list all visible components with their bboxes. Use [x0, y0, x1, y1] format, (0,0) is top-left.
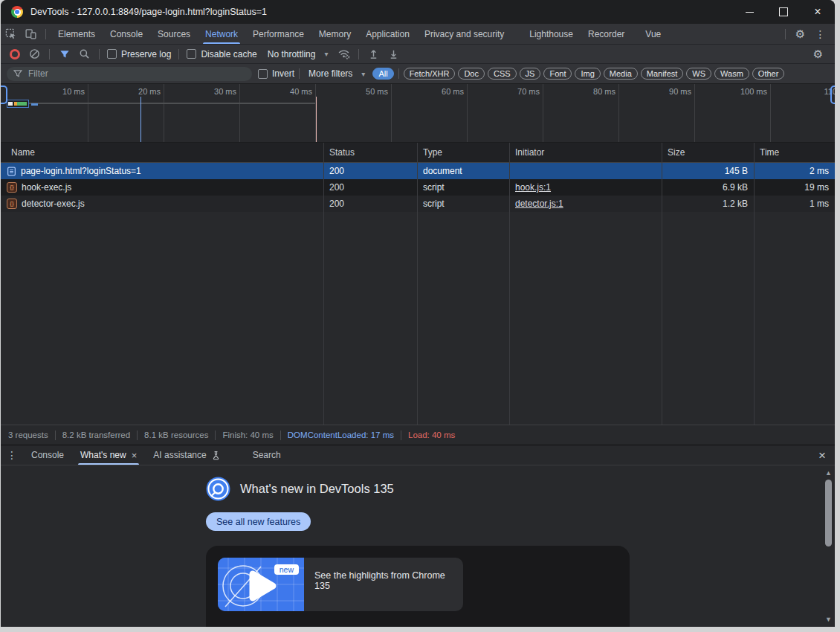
column-header-initiator[interactable]: Initiator: [509, 147, 662, 158]
clear-network-log-button[interactable]: [25, 45, 45, 63]
overview-left-handle[interactable]: [1, 86, 7, 104]
drawer-tab-ai-assistance[interactable]: AI assistance: [145, 445, 227, 465]
tab-network[interactable]: Network: [198, 24, 245, 44]
minimize-icon: [746, 12, 754, 13]
settings-button[interactable]: ⚙: [790, 28, 810, 39]
column-header-size[interactable]: Size: [662, 147, 754, 158]
preserve-log-checkbox[interactable]: Preserve log: [107, 49, 171, 59]
close-tab-icon[interactable]: ×: [132, 450, 138, 461]
filter-pill-font[interactable]: Font: [543, 68, 572, 80]
tab-sources[interactable]: Sources: [150, 24, 198, 44]
tab-vue[interactable]: Vue: [638, 24, 668, 44]
column-header-name[interactable]: Name: [1, 147, 323, 158]
finish-time: Finish: 40 ms: [222, 431, 273, 439]
table-row[interactable]: page-login.html?loginStatus=1 200 docume…: [1, 163, 835, 179]
export-har-button[interactable]: [384, 45, 404, 63]
whats-new-panel: What's new in DevTools 135 See all new f…: [1, 466, 835, 627]
maximize-button[interactable]: [766, 0, 801, 24]
checkbox-icon: [107, 49, 117, 59]
scroll-up-icon[interactable]: ▲: [825, 468, 832, 478]
disable-cache-checkbox[interactable]: Disable cache: [187, 49, 256, 59]
divider: [299, 68, 300, 79]
scrollbar-thumb[interactable]: [825, 480, 832, 546]
clear-icon: [29, 48, 40, 59]
toggle-device-toolbar-button[interactable]: [21, 24, 41, 44]
network-overview-timeline[interactable]: 10 ms 20 ms 30 ms 40 ms 50 ms 60 ms 70 m…: [1, 83, 835, 144]
import-har-button[interactable]: [364, 45, 384, 63]
filter-pill-fetch-xhr[interactable]: Fetch/XHR: [404, 68, 456, 80]
filter-pill-js[interactable]: JS: [520, 68, 541, 80]
filter-pill-all[interactable]: All: [372, 68, 393, 80]
filter-pill-wasm[interactable]: Wasm: [714, 68, 749, 80]
network-settings-button[interactable]: ⚙: [808, 45, 828, 63]
drawer-tab-bar: ⋮ Console What's new × AI assistance Sea…: [1, 445, 835, 465]
table-header-row: Name Status Type Initiator Size Time: [1, 143, 835, 163]
kebab-menu-icon: ⋮: [7, 450, 17, 460]
record-network-log-button[interactable]: [10, 49, 20, 59]
new-badge: new: [274, 564, 299, 575]
video-thumbnail[interactable]: new: [218, 558, 304, 611]
invert-checkbox[interactable]: Invert: [258, 68, 294, 79]
close-button[interactable]: ×: [801, 0, 835, 24]
customize-devtools-button[interactable]: ⋮: [810, 29, 830, 39]
filter-pill-ws[interactable]: WS: [686, 68, 711, 80]
highlights-card: new See the highlights from Chrome 135: [206, 546, 630, 627]
tab-elements[interactable]: Elements: [51, 24, 103, 44]
tab-memory[interactable]: Memory: [311, 24, 358, 44]
tab-console[interactable]: Console: [103, 24, 150, 44]
tab-performance[interactable]: Performance: [245, 24, 311, 44]
throttling-select[interactable]: No throttling ▾: [268, 49, 329, 59]
scroll-down-icon[interactable]: ▼: [825, 615, 832, 625]
title-bar: DevTools - 127.0.0.1:8849/page-login.htm…: [1, 0, 835, 24]
search-network-button[interactable]: [74, 45, 94, 63]
initiator-link[interactable]: detector.js:1: [515, 199, 563, 209]
transferred-size: 8.2 kB transferred: [62, 431, 130, 439]
drawer-tab-console[interactable]: Console: [23, 445, 72, 465]
initiator-link[interactable]: hook.js:1: [515, 182, 551, 193]
resources-size: 8.1 kB resources: [144, 431, 208, 439]
overview-right-handle[interactable]: [830, 86, 835, 104]
requests-table: Name Status Type Initiator Size Time pag…: [1, 143, 835, 425]
filter-pill-img[interactable]: Img: [575, 68, 600, 80]
drawer-menu-button[interactable]: ⋮: [1, 445, 23, 465]
tick-label: 100 ms: [723, 87, 767, 96]
filter-pill-other[interactable]: Other: [752, 68, 785, 80]
request-status: 200: [323, 182, 417, 193]
close-drawer-button[interactable]: ×: [818, 449, 826, 462]
filter-pill-css[interactable]: CSS: [488, 68, 517, 80]
checkbox-icon: [258, 69, 268, 79]
search-icon: [79, 48, 90, 59]
tab-lighthouse[interactable]: Lighthouse: [522, 24, 581, 44]
see-all-new-features-button[interactable]: See all new features: [206, 512, 311, 531]
highlight-text[interactable]: See the highlights from Chrome 135: [304, 558, 463, 611]
tab-privacy-and-security[interactable]: Privacy and security: [417, 24, 511, 44]
experiment-flask-icon: [212, 451, 220, 460]
table-row[interactable]: {} hook-exec.js 200 script hook.js:1 6.9…: [1, 179, 835, 196]
filter-toggle-button[interactable]: [54, 45, 74, 63]
filter-pill-media[interactable]: Media: [604, 68, 638, 80]
download-icon: [388, 48, 399, 59]
more-filters-dropdown[interactable]: More filters ▾: [308, 68, 365, 79]
divider: [398, 68, 399, 79]
tick-label: 10 ms: [40, 87, 85, 96]
filter-pill-manifest[interactable]: Manifest: [641, 68, 684, 80]
inspect-element-button[interactable]: [1, 24, 21, 44]
scrollbar-track[interactable]: [823, 478, 834, 615]
drawer-tab-whats-new[interactable]: What's new ×: [72, 445, 145, 465]
minimize-button[interactable]: [732, 0, 766, 24]
close-icon: ×: [818, 448, 826, 462]
drawer-tab-search[interactable]: Search: [245, 445, 289, 465]
filter-input-container: [7, 67, 252, 81]
drawer-scrollbar[interactable]: ▲ ▼: [823, 468, 834, 625]
column-header-status[interactable]: Status: [323, 147, 417, 158]
filter-pill-doc[interactable]: Doc: [458, 68, 485, 80]
tab-recorder[interactable]: Recorder: [581, 24, 632, 44]
network-conditions-button[interactable]: [334, 45, 354, 63]
filter-input[interactable]: [27, 68, 245, 80]
table-row[interactable]: {} detector-exec.js 200 script detector.…: [1, 196, 835, 212]
column-header-time[interactable]: Time: [754, 147, 835, 158]
request-time: 1 ms: [754, 199, 835, 209]
request-name: detector-exec.js: [22, 199, 85, 209]
column-header-type[interactable]: Type: [417, 147, 509, 158]
tab-application[interactable]: Application: [358, 24, 417, 44]
